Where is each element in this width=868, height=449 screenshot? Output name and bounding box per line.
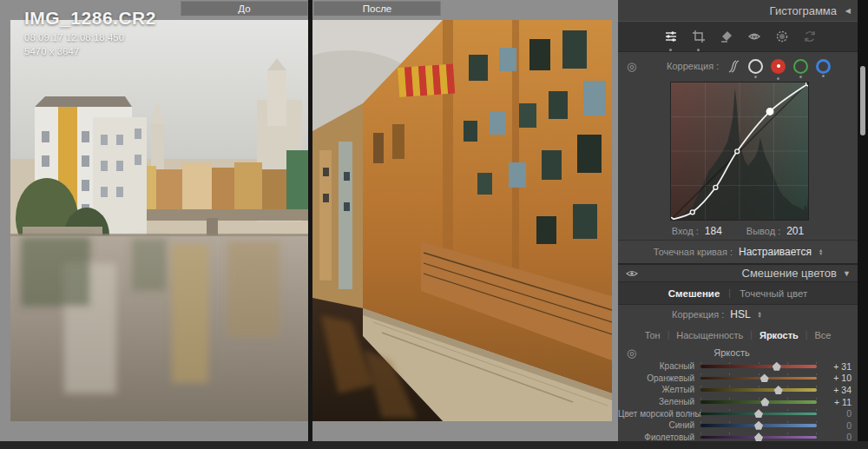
- slider-track[interactable]: [700, 362, 817, 371]
- tab-before[interactable]: До: [181, 1, 308, 16]
- lightroom-window: До После IMG_1286.CR2 08.09.17 12:08:18.…: [0, 0, 868, 449]
- slider-row-orange: Оранжевый + 10: [618, 373, 858, 385]
- curve-channel-buttons: [726, 59, 831, 74]
- edit-toolbar: [618, 21, 858, 52]
- tab-separator: |: [728, 288, 731, 298]
- curve-output-label: Вывод :: [746, 226, 780, 236]
- correction-label: Коррекция :: [672, 309, 724, 320]
- tab-after-label: После: [363, 3, 392, 14]
- presets-icon[interactable]: [802, 30, 817, 44]
- scrollbar-thumb[interactable]: [860, 66, 865, 135]
- histogram-section-header[interactable]: Гистограмма ◀: [618, 0, 858, 21]
- slider-row-yellow: Желтый + 34: [618, 384, 858, 396]
- green-channel-button[interactable]: [793, 59, 808, 74]
- slider-thumb[interactable]: [754, 409, 763, 418]
- tone-curve-section: ◎ Коррекция :: [618, 52, 858, 240]
- slider-value: + 11: [820, 397, 852, 407]
- slider-value: 0: [820, 420, 852, 431]
- red-channel-button[interactable]: [771, 59, 786, 74]
- luminance-group-header: ◎ Яркость: [618, 346, 858, 360]
- slider-row-blue: Синий 0: [618, 419, 858, 432]
- slider-track[interactable]: [700, 409, 817, 418]
- tab-all[interactable]: Все: [814, 330, 831, 340]
- point-curve-label: Точечная кривая :: [654, 247, 733, 257]
- before-photo-illustration: [10, 20, 308, 421]
- slider-thumb[interactable]: [754, 432, 763, 441]
- slider-track[interactable]: [700, 373, 817, 382]
- tab-luminance[interactable]: Яркость: [760, 330, 799, 340]
- slider-row-red: Красный + 31: [618, 360, 858, 373]
- slider-thumb[interactable]: [760, 373, 769, 382]
- point-curve-dropdown[interactable]: Точечная кривая : Настраивается ▴▾: [618, 240, 858, 263]
- slider-track[interactable]: [700, 432, 817, 441]
- curve-output-value: 201: [786, 225, 804, 237]
- after-photo-illustration: [312, 20, 612, 421]
- slider-track[interactable]: [700, 386, 817, 394]
- dropdown-arrows-icon: ▴▾: [819, 248, 822, 256]
- slider-value: + 34: [820, 385, 852, 395]
- before-photo-canvas[interactable]: [10, 20, 308, 421]
- slider-thumb[interactable]: [774, 386, 783, 394]
- curve-target-icon[interactable]: ◎: [627, 60, 644, 73]
- slider-row-green: Зеленый + 11: [618, 396, 858, 408]
- tone-curve-editor[interactable]: [670, 82, 809, 221]
- tab-mixer[interactable]: Смешение: [668, 288, 720, 299]
- color-mixer-section-header[interactable]: Смешение цветов ▼: [618, 263, 858, 281]
- mixer-tab-bar: Смешение | Точечный цвет: [618, 281, 858, 305]
- tab-hue[interactable]: Тон: [645, 330, 661, 340]
- collapse-left-icon[interactable]: ◀: [845, 7, 851, 15]
- curve-input-value: 184: [705, 225, 722, 237]
- slider-value: + 31: [820, 361, 852, 372]
- after-photo-canvas[interactable]: [312, 20, 612, 421]
- correction-value: HSL: [730, 308, 750, 320]
- collapse-down-icon[interactable]: ▼: [843, 269, 851, 278]
- crop-icon[interactable]: [691, 30, 706, 44]
- luminance-group-title: Яркость: [625, 347, 838, 358]
- slider-value: 0: [820, 408, 852, 419]
- tone-curve-graph: [671, 83, 808, 220]
- slider-track[interactable]: [700, 398, 817, 406]
- parametric-curve-icon[interactable]: [726, 59, 740, 74]
- slider-track[interactable]: [700, 421, 817, 430]
- panel-eye-toggle-icon[interactable]: [626, 268, 638, 279]
- panel-scrollbar[interactable]: [858, 0, 868, 441]
- histogram-header-label: Гистограмма: [770, 4, 837, 17]
- adjust-sliders-icon[interactable]: [663, 30, 678, 44]
- tab-after[interactable]: После: [313, 1, 441, 16]
- develop-panel: Гистограмма ◀ ◎: [618, 0, 858, 441]
- blue-channel-button[interactable]: [816, 59, 831, 74]
- masking-icon[interactable]: [774, 30, 789, 44]
- hsl-mode-tabs: Тон | Насыщенность | Яркость | Все: [618, 324, 858, 346]
- dropdown-arrows-icon: ▴▾: [759, 311, 761, 319]
- luminance-sliders: Красный + 31 Оранжевый + 10 Желтый + 34 …: [618, 360, 858, 442]
- correction-mode-dropdown[interactable]: Коррекция : HSL ▴▾: [618, 305, 858, 324]
- slider-value: + 10: [820, 373, 852, 383]
- tab-before-label: До: [238, 3, 250, 14]
- bottom-bar: [0, 441, 868, 449]
- red-eye-icon[interactable]: [746, 30, 761, 44]
- color-mixer-header-label: Смешение цветов: [742, 267, 837, 280]
- tab-point-color[interactable]: Точечный цвет: [740, 288, 807, 299]
- point-curve-value: Настраивается: [739, 246, 812, 258]
- curve-io-values: Вход : 184 Вывод : 201: [618, 221, 858, 241]
- curve-section-label: Коррекция :: [667, 61, 719, 71]
- point-curve-channel-button[interactable]: [748, 59, 763, 74]
- before-after-divider[interactable]: [308, 0, 312, 441]
- slider-thumb[interactable]: [760, 398, 769, 406]
- healing-icon[interactable]: [719, 30, 733, 44]
- tab-saturation[interactable]: Насыщенность: [676, 330, 743, 340]
- slider-thumb[interactable]: [773, 362, 781, 371]
- curve-input-label: Вход :: [672, 226, 699, 236]
- slider-thumb[interactable]: [754, 421, 763, 430]
- slider-row-aqua: Цвет морской волны 0: [618, 407, 858, 419]
